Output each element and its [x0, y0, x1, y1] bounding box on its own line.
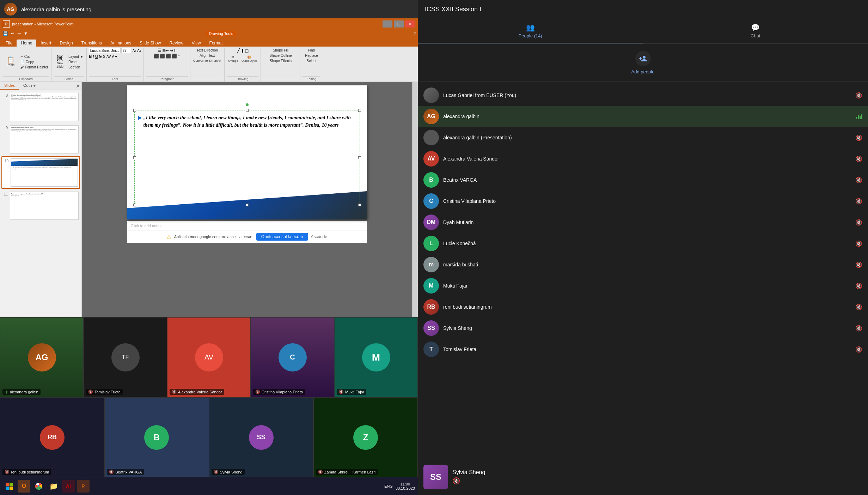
format-painter-button[interactable]: 🖌 Format Painter: [20, 65, 49, 70]
slide-item-9[interactable]: 9 School allows us to handle in life It …: [1, 124, 80, 155]
notes-placeholder[interactable]: Click to add notes: [131, 224, 161, 228]
tab-transitions[interactable]: Transitions: [77, 40, 106, 47]
shape-rect-icon[interactable]: □: [245, 48, 248, 54]
participant-item-1[interactable]: AG alexandra galbin: [418, 106, 868, 127]
slide-canvas[interactable]: ▶ „I like very much the school, I learn …: [127, 85, 367, 219]
text-direction-button[interactable]: Text Direction: [196, 48, 219, 53]
add-people-section[interactable]: Add people: [418, 44, 868, 82]
shape-outline-button[interactable]: Shape Outline: [269, 53, 292, 58]
ppt-taskbar-icon[interactable]: P: [77, 480, 90, 493]
maximize-button[interactable]: □: [394, 20, 404, 28]
participant-item-9[interactable]: M Mukti Fajar 🔇: [418, 275, 868, 296]
font-size-input[interactable]: [121, 48, 132, 53]
participant-item-11[interactable]: SS Sylvia Sheng 🔇: [418, 318, 868, 339]
font-color-button[interactable]: A▼: [112, 55, 118, 59]
stop-screen-button[interactable]: Opriti accesul la ecran: [256, 233, 308, 241]
font-name-input[interactable]: [89, 48, 121, 53]
find-button[interactable]: Find: [307, 48, 316, 53]
handle-mr[interactable]: [358, 156, 361, 159]
char-spacing-button[interactable]: AV: [106, 55, 111, 59]
handle-bm[interactable]: [246, 204, 249, 206]
align-text-button[interactable]: Align Text: [199, 53, 215, 58]
tab-insert[interactable]: Insert: [36, 40, 55, 47]
tab-animations[interactable]: Animations: [106, 40, 135, 47]
shape-effects-button[interactable]: Shape Effects: [269, 59, 292, 63]
participant-item-5[interactable]: C Cristina Vilaplana Prieto 🔇: [418, 191, 868, 212]
office-icon[interactable]: O: [18, 480, 30, 493]
justify-button[interactable]: ⬛: [172, 54, 177, 59]
qa-more-icon[interactable]: ▼: [23, 31, 29, 36]
indent-more-button[interactable]: ⇥: [170, 48, 173, 53]
strikethrough-button[interactable]: S̶: [99, 54, 102, 59]
arrange-button[interactable]: ⧉ Arrange: [227, 54, 239, 63]
underline-button[interactable]: U: [95, 54, 98, 59]
layout-button[interactable]: Layout ▼: [68, 54, 84, 59]
meet-tab-chat[interactable]: 💬 Chat: [643, 19, 868, 43]
cut-button[interactable]: ✂ Cut: [20, 54, 49, 59]
participant-item-3[interactable]: AV Alexandra Valéria Sándor 🔇: [418, 148, 868, 169]
participant-item-12[interactable]: T Tomislav Frleta 🔇: [418, 339, 868, 360]
handle-ml[interactable]: [133, 156, 136, 159]
participant-item-7[interactable]: L Lucie Konečná 🔇: [418, 233, 868, 254]
align-left-button[interactable]: ⬛: [154, 54, 159, 59]
tab-format[interactable]: Format: [205, 40, 227, 47]
reset-button[interactable]: Reset: [68, 60, 84, 64]
slide-item-10[interactable]: 10 I like very much the school, I learn …: [1, 156, 80, 189]
columns-button[interactable]: ⫶: [174, 48, 176, 53]
participant-item-10[interactable]: RB reni budi setianingrum 🔇: [418, 296, 868, 318]
acrobat-icon[interactable]: Ai: [62, 480, 75, 493]
section-button[interactable]: Section: [68, 65, 84, 70]
numbering-button[interactable]: ≡: [162, 48, 165, 53]
quick-styles-button[interactable]: 🎨 Quick Styles: [240, 54, 258, 63]
tab-slides-panel[interactable]: Slides: [0, 82, 19, 90]
save-icon[interactable]: 💾: [2, 31, 9, 36]
handle-br[interactable]: [358, 204, 361, 206]
font-size-decrease[interactable]: A↓: [137, 49, 141, 53]
font-size-increase[interactable]: A↑: [133, 49, 137, 53]
file-explorer-icon[interactable]: 📁: [47, 480, 60, 493]
participant-item-8[interactable]: m marsida bushati 🔇: [418, 254, 868, 275]
slide-textbox[interactable]: ▶ „I like very much the school, I learn …: [134, 110, 360, 205]
rotate-handle[interactable]: [246, 103, 249, 106]
start-button[interactable]: [3, 480, 16, 493]
slide-item-11[interactable]: 11 How can we improve the educational me…: [1, 190, 80, 221]
align-center-button[interactable]: ⬛: [160, 54, 165, 59]
close-button[interactable]: ✕: [405, 20, 415, 28]
tab-home[interactable]: Home: [17, 40, 36, 47]
tab-design[interactable]: Design: [55, 40, 77, 47]
replace-button[interactable]: Replace: [304, 53, 319, 58]
redo-icon[interactable]: ↪: [17, 31, 22, 36]
tab-file[interactable]: File: [1, 40, 17, 47]
undo-icon[interactable]: ↩: [10, 31, 15, 36]
hide-button[interactable]: Ascunde: [311, 234, 328, 239]
bold-button[interactable]: B: [89, 54, 92, 59]
participant-item-0[interactable]: Lucas Gabriel from EUSER (You) 🔇: [418, 85, 868, 106]
tab-view[interactable]: View: [188, 40, 205, 47]
line-spacing-button[interactable]: ↕: [178, 54, 180, 59]
participant-item-4[interactable]: B Beatrix VARGA 🔇: [418, 169, 868, 191]
copy-button[interactable]: 📄 Copy: [20, 60, 49, 64]
shape-line-icon[interactable]: ╱: [237, 48, 240, 54]
tab-review[interactable]: Review: [165, 40, 187, 47]
participant-item-2[interactable]: alexandra galbin (Presentation) 🔇: [418, 127, 868, 148]
convert-smartart-button[interactable]: Convert to SmartArt: [192, 59, 222, 63]
align-right-button[interactable]: ⬛: [166, 54, 171, 59]
paste-button[interactable]: 📋 Paste: [3, 56, 18, 67]
tab-slideshow[interactable]: Slide Show: [135, 40, 165, 47]
shape-fill-button[interactable]: Shape Fill: [272, 48, 289, 53]
help-icon[interactable]: ?: [414, 31, 416, 36]
select-button[interactable]: Select: [306, 59, 317, 63]
slide-panel-close[interactable]: ✕: [76, 83, 80, 89]
italic-button[interactable]: I: [93, 54, 94, 59]
minimize-button[interactable]: ─: [383, 20, 392, 28]
tab-outline-panel[interactable]: Outline: [19, 82, 40, 90]
handle-tl[interactable]: [133, 109, 136, 112]
participant-item-6[interactable]: DM Dyah Mutiarin 🔇: [418, 212, 868, 233]
handle-tm[interactable]: [246, 109, 249, 112]
indent-less-button[interactable]: ⇤: [165, 48, 169, 53]
shape-arrow-icon[interactable]: ⬆: [240, 48, 245, 54]
handle-bl[interactable]: [133, 204, 136, 206]
meet-tab-people[interactable]: 👥 People (14): [418, 19, 643, 43]
bullets-button[interactable]: ☰: [158, 48, 161, 53]
new-slide-button[interactable]: 🖼 NewSlide: [54, 54, 66, 69]
